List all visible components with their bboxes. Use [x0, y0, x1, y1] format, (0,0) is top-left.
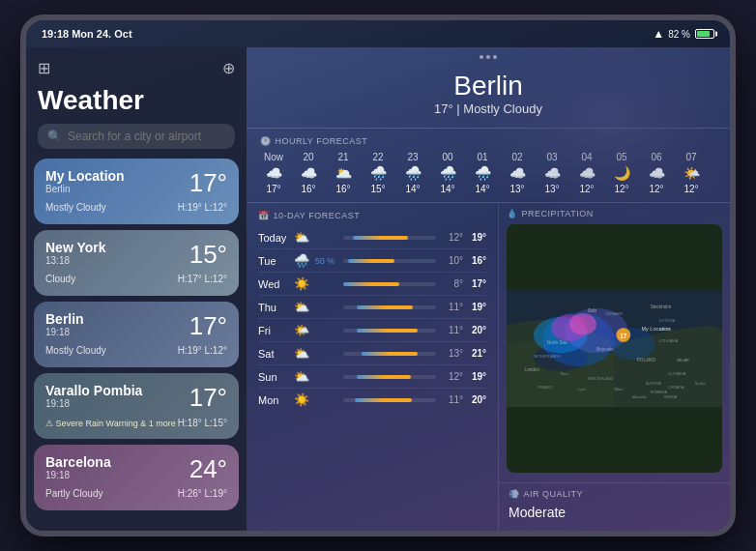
hourly-label: 00 [442, 152, 452, 162]
day-rain: 50 % [314, 256, 335, 266]
city-name: Berlin [266, 71, 711, 102]
location-card[interactable]: Berlin 19:18 17° Mostly Cloudy H:19° L:1… [34, 302, 239, 367]
hourly-label: 02 [511, 152, 522, 162]
day-hi: 19° [467, 232, 486, 243]
search-bar[interactable]: 🔍 [38, 124, 235, 149]
hourly-scroll[interactable]: Now ☁️ 17° 20 ☁️ 16° 21 🌥️ 16° 22 🌧️ 15°… [260, 152, 716, 194]
svg-text:Brussels: Brussels [596, 347, 614, 352]
svg-text:Oslo: Oslo [588, 308, 597, 313]
location-card[interactable]: New York 13:18 15° Cloudy H:17° L:12° [34, 230, 239, 296]
wifi-icon: ▲ [653, 27, 664, 41]
hourly-temp: 12° [649, 184, 663, 194]
ten-day-label: 📅 10-Day Forecast [258, 211, 486, 220]
card-condition: Mostly Cloudy [45, 345, 106, 356]
day-icon: ☀️ [293, 276, 310, 291]
ipad-inner: 19:18 Mon 24. Oct ▲ 82 % ⊞ ⊕ We [26, 20, 730, 531]
sidebar-header: ⊞ ⊕ [26, 55, 247, 85]
right-side-panels: 💧 Precipitation [498, 203, 730, 531]
card-temp: 15° [189, 240, 227, 270]
svg-text:POLAND: POLAND [637, 358, 656, 362]
day-hi: 20° [467, 394, 486, 405]
svg-text:DENMARK: DENMARK [605, 312, 624, 316]
hourly-item: 07 🌤️ 12° [678, 152, 705, 194]
hourly-item: 05 🌙 12° [608, 152, 635, 194]
day-row: Tue 🌧️ 50 % 10° 16° [258, 249, 486, 273]
sidebar-title: Weather [26, 85, 247, 124]
air-quality-icon: 💨 [509, 489, 520, 499]
card-sublabel: 13:18 [45, 255, 106, 266]
day-icon: ⛅ [293, 300, 310, 314]
sidebar-nav-icon[interactable]: ⊞ [38, 59, 50, 77]
main-content: ⊞ ⊕ Weather 🔍 My Location Berlin [26, 47, 730, 531]
hourly-icon: ☁️ [266, 165, 282, 181]
card-sublabel: Berlin [45, 184, 125, 194]
card-temp: 17° [189, 383, 227, 413]
day-name: Thu [258, 302, 289, 313]
city-temp-condition: 17° | Mostly Cloudy [266, 102, 711, 116]
location-card[interactable]: My Location Berlin 17° Mostly Cloudy H:1… [34, 159, 239, 224]
svg-text:Stockholm: Stockholm [651, 304, 672, 309]
temp-bar [348, 259, 394, 263]
svg-text:ESTONIA: ESTONIA [659, 319, 676, 323]
hourly-item: 04 ☁️ 12° [573, 152, 600, 194]
day-name: Tue [258, 255, 289, 267]
ipad-frame: 19:18 Mon 24. Oct ▲ 82 % ⊞ ⊕ We [20, 14, 736, 536]
location-card[interactable]: Barcelona 19:18 24° Partly Cloudy H:26° … [34, 445, 239, 510]
day-icon: ⛅ [293, 369, 310, 384]
sidebar-more-icon[interactable]: ⊕ [222, 59, 235, 77]
days-container: Today ⛅ 12° 19° Tue 🌧️ 50 % 10° 16° Wed … [258, 226, 486, 411]
air-quality-value: Moderate [509, 505, 720, 520]
air-quality-label: 💨 Air Quality [509, 489, 720, 499]
hourly-temp: 16° [301, 184, 315, 194]
card-sublabel: 19:18 [45, 327, 84, 337]
hourly-temp: 14° [440, 184, 454, 194]
temp-bar [362, 352, 418, 356]
air-quality-panel: 💨 Air Quality Moderate [499, 482, 730, 531]
temp-bar-container [343, 282, 436, 286]
hourly-icon: 🌤️ [683, 165, 700, 181]
temp-bar-container [343, 352, 436, 356]
card-name: New York [45, 240, 106, 255]
hourly-label: 07 [685, 152, 696, 162]
hourly-icon: 🌧️ [475, 165, 491, 181]
hourly-temp: 16° [335, 184, 350, 194]
temp-bar [357, 305, 413, 309]
hourly-label: 04 [581, 152, 592, 162]
card-hi-lo: H:17° L:12° [178, 274, 227, 284]
hourly-icon: 🌧️ [405, 165, 422, 181]
bottom-panels: 📅 10-Day Forecast Today ⛅ 12° 19° Tue 🌧️… [247, 203, 730, 531]
hourly-temp: 14° [405, 184, 420, 194]
day-row: Sat ⛅ 13° 21° [258, 342, 486, 365]
battery-fill [697, 31, 710, 37]
hourly-item: Now ☁️ 17° [260, 152, 287, 194]
hourly-icon: 🌧️ [370, 165, 387, 181]
day-lo: 10° [444, 255, 463, 266]
search-input[interactable] [68, 130, 225, 143]
day-row: Thu ⛅ 11° 19° [258, 296, 486, 319]
calendar-icon: 📅 [258, 211, 270, 220]
hourly-label: 22 [372, 152, 383, 162]
svg-text:17: 17 [620, 333, 627, 339]
card-condition: Cloudy [45, 274, 75, 284]
card-sublabel: 19:18 [45, 470, 111, 480]
temp-bar-container [343, 398, 436, 402]
svg-text:LATVIA: LATVIA [659, 328, 672, 332]
temp-bar [355, 398, 413, 402]
svg-text:NETHERLANDS: NETHERLANDS [534, 355, 561, 359]
search-icon: 🔍 [47, 130, 62, 143]
hourly-label: Now [264, 152, 283, 162]
svg-text:SERBIA: SERBIA [664, 395, 678, 399]
hourly-icon: 🌙 [614, 165, 630, 181]
hourly-item: 06 ☁️ 12° [643, 152, 670, 194]
hourly-icon: 🌧️ [440, 165, 456, 181]
hourly-icon: 🌥️ [335, 165, 352, 181]
temp-bar-container [343, 259, 436, 263]
day-name: Sat [258, 348, 289, 360]
day-lo: 11° [444, 394, 463, 405]
hourly-item: Su 🌤️ [712, 152, 716, 194]
day-lo: 12° [444, 232, 463, 243]
hourly-label: 20 [303, 152, 313, 162]
hourly-section-label: 🕐 Hourly Forecast [260, 136, 716, 146]
location-card[interactable]: Varallo Pombia 19:18 17° ⚠ Severe Rain W… [34, 373, 239, 439]
svg-text:AUSTRIA: AUSTRIA [646, 382, 662, 386]
